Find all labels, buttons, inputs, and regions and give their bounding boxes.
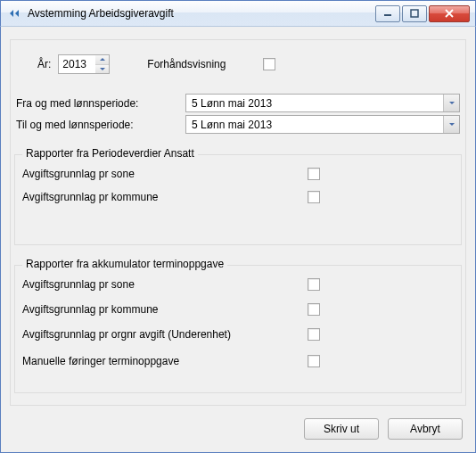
to-period-value: 5 Lønn mai 2013	[186, 119, 443, 131]
group2-legend: Rapporter fra akkumulator terminoppgave	[22, 258, 227, 270]
group-akkumulator: Rapporter fra akkumulator terminoppgave …	[14, 265, 462, 393]
group1-row-0: Avgiftsgrunnlag pr sone	[22, 168, 454, 180]
titlebar: Avstemming Arbeidsgiveravgift	[0, 0, 476, 27]
group2-row-1: Avgiftsgrunnlag pr kommune	[22, 303, 454, 316]
group2-row0-checkbox[interactable]	[308, 278, 320, 291]
from-period-label: Fra og med lønnsperiode:	[16, 97, 185, 110]
group2-row1-label: Avgiftsgrunnlag pr kommune	[22, 303, 159, 316]
from-period-dropdown[interactable]: 5 Lønn mai 2013	[185, 94, 460, 112]
group-periodeverdier: Rapporter fra Periodeverdier Ansatt Avgi…	[14, 154, 462, 245]
print-button[interactable]: Skriv ut	[304, 418, 379, 440]
group2-row-2: Avgiftsgrunnlag pr orgnr avgift (Underen…	[22, 328, 454, 341]
maximize-button[interactable]	[402, 5, 427, 22]
from-period-row: Fra og med lønnsperiode: 5 Lønn mai 2013	[16, 94, 460, 112]
maximize-icon	[410, 9, 419, 18]
year-spin-down[interactable]	[95, 65, 109, 74]
group2-row2-label: Avgiftsgrunnlag pr orgnr avgift (Underen…	[22, 328, 231, 341]
group2-row0-label: Avgiftsgrunnlag pr sone	[22, 278, 135, 291]
year-spinner[interactable]	[58, 54, 110, 74]
to-period-dropdown[interactable]: 5 Lønn mai 2013	[185, 115, 460, 134]
to-period-label: Til og med lønnsperiode:	[16, 119, 185, 131]
group2-row-3: Manuelle føringer terminoppgave	[22, 355, 454, 367]
window-title: Avstemming Arbeidsgiveravgift	[28, 7, 174, 20]
dropdown-button[interactable]	[443, 116, 459, 133]
app-icon	[8, 6, 22, 21]
group1-legend: Rapporter fra Periodeverdier Ansatt	[22, 147, 198, 160]
button-bar: Skriv ut Avbryt	[304, 418, 463, 440]
chevron-up-icon	[100, 58, 105, 61]
client-area: År: Forhåndsvisning Fra og med lønnsperi…	[0, 27, 476, 453]
group1-row0-label: Avgiftsgrunnlag pr sone	[22, 168, 135, 180]
from-period-value: 5 Lønn mai 2013	[186, 97, 443, 110]
to-period-row: Til og med lønnsperiode: 5 Lønn mai 2013	[16, 115, 460, 134]
svg-rect-1	[411, 10, 418, 17]
dropdown-button[interactable]	[443, 95, 459, 111]
close-button[interactable]	[429, 5, 470, 22]
svg-rect-0	[384, 14, 391, 16]
group2-row1-checkbox[interactable]	[308, 303, 320, 316]
cancel-button[interactable]: Avbryt	[388, 418, 463, 440]
year-row: År: Forhåndsvisning	[37, 54, 275, 74]
group2-row2-checkbox[interactable]	[308, 328, 320, 341]
year-spin-up[interactable]	[95, 55, 109, 65]
group2-row3-label: Manuelle føringer terminoppgave	[22, 355, 179, 367]
chevron-down-icon	[449, 102, 455, 104]
year-input[interactable]	[58, 54, 95, 74]
preview-label: Forhåndsvisning	[147, 58, 226, 70]
year-label: År:	[37, 58, 51, 70]
group1-row1-checkbox[interactable]	[308, 191, 320, 203]
main-panel: År: Forhåndsvisning Fra og med lønnsperi…	[10, 39, 466, 406]
close-icon	[444, 9, 455, 18]
group2-row3-checkbox[interactable]	[308, 355, 320, 367]
chevron-down-icon	[100, 68, 105, 70]
minimize-icon	[383, 9, 392, 18]
chevron-down-icon	[449, 123, 455, 126]
group1-row0-checkbox[interactable]	[308, 168, 320, 180]
group1-row-1: Avgiftsgrunnlag pr kommune	[22, 191, 454, 203]
group2-row-0: Avgiftsgrunnlag pr sone	[22, 278, 454, 291]
preview-checkbox[interactable]	[263, 58, 275, 70]
group1-row1-label: Avgiftsgrunnlag pr kommune	[22, 191, 159, 203]
minimize-button[interactable]	[375, 5, 400, 22]
